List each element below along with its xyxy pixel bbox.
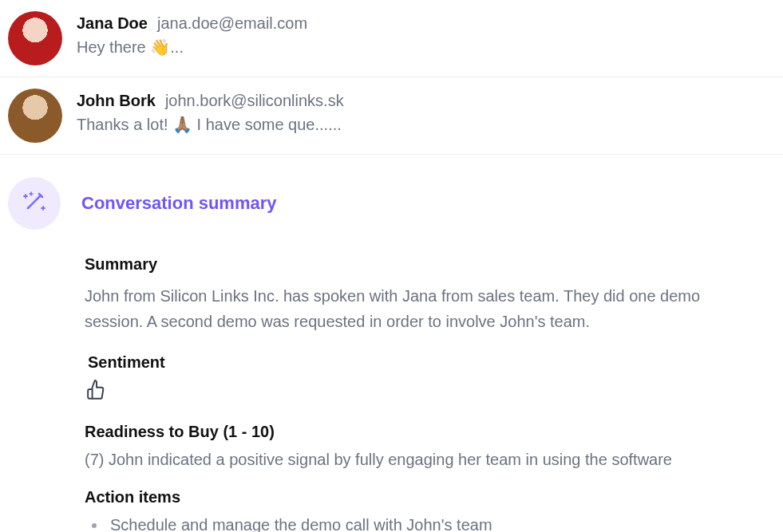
- conversation-item[interactable]: Jana Doe jana.doe@email.com Hey there 👋.…: [0, 0, 783, 77]
- summary-heading: Summary: [85, 255, 743, 274]
- thumbs-up-icon: [85, 380, 743, 404]
- contact-email: john.bork@siliconlinks.sk: [165, 92, 344, 110]
- sentiment-heading: Sentiment: [85, 353, 743, 372]
- summary-header: Conversation summary: [8, 177, 775, 230]
- summary-body: Summary John from Silicon Links Inc. has…: [8, 255, 775, 532]
- avatar: [8, 89, 62, 143]
- action-items-list: Schedule and manage the demo call with J…: [85, 516, 743, 532]
- conversation-item[interactable]: John Bork john.bork@siliconlinks.sk Than…: [0, 77, 783, 155]
- summary-title: Conversation summary: [81, 193, 277, 214]
- summary-panel: Conversation summary Summary John from S…: [0, 155, 783, 532]
- avatar: [8, 11, 62, 65]
- sparkle-icon: [8, 177, 61, 230]
- conversation-content: Jana Doe jana.doe@email.com Hey there 👋.…: [77, 11, 775, 57]
- message-preview: Thanks a lot! 🙏🏽 I have some que......: [77, 115, 775, 134]
- action-item: Schedule and manage the demo call with J…: [107, 516, 743, 532]
- action-items-heading: Action items: [85, 488, 743, 506]
- message-preview: Hey there 👋...: [77, 37, 775, 57]
- readiness-heading: Readiness to Buy (1 - 10): [85, 423, 743, 441]
- contact-name: John Bork: [77, 92, 156, 110]
- summary-text: John from Silicon Links Inc. has spoken …: [85, 283, 743, 334]
- contact-name: Jana Doe: [77, 14, 148, 33]
- readiness-text: (7) John indicated a positive signal by …: [85, 451, 743, 469]
- contact-email: jana.doe@email.com: [157, 14, 307, 33]
- conversation-header: Jana Doe jana.doe@email.com: [77, 14, 775, 33]
- conversation-content: John Bork john.bork@siliconlinks.sk Than…: [77, 89, 775, 134]
- sentiment-block: Sentiment: [85, 353, 743, 404]
- conversation-header: John Bork john.bork@siliconlinks.sk: [77, 92, 775, 110]
